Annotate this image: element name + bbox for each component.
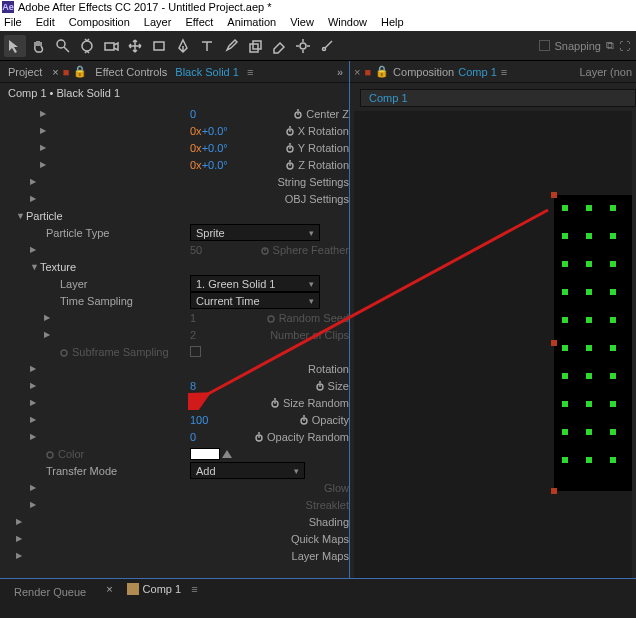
lock-icon[interactable]: 🔒 xyxy=(73,65,87,78)
panel-menu-icon[interactable]: ≡ xyxy=(501,66,507,78)
camera-tool[interactable] xyxy=(100,35,122,57)
twirl-icon[interactable] xyxy=(30,381,314,390)
twirl-icon[interactable] xyxy=(40,160,284,169)
prop-shading[interactable]: Shading xyxy=(309,516,349,528)
snapping-checkbox[interactable] xyxy=(539,40,550,51)
menu-effect[interactable]: Effect xyxy=(185,16,213,28)
prop-size-random-value[interactable]: 0 xyxy=(190,397,196,409)
menu-composition[interactable]: Composition xyxy=(69,16,130,28)
breadcrumb[interactable]: Comp 1 • Black Solid 1 xyxy=(0,83,349,103)
eraser-tool[interactable] xyxy=(268,35,290,57)
twirl-icon[interactable] xyxy=(16,551,292,560)
timeline-comp-tab[interactable]: Comp 1≡ xyxy=(127,583,198,595)
tab-effect-controls[interactable]: Effect Controls xyxy=(91,64,171,80)
twirl-icon[interactable] xyxy=(30,483,324,492)
prop-x-rotation-value[interactable]: 0x+0.0° xyxy=(190,125,228,137)
stopwatch-icon[interactable] xyxy=(284,142,296,154)
menu-help[interactable]: Help xyxy=(381,16,404,28)
stopwatch-icon[interactable] xyxy=(269,397,281,409)
brush-tool[interactable] xyxy=(220,35,242,57)
tab-project-close[interactable]: × xyxy=(52,66,58,78)
lock-icon[interactable]: 🔒 xyxy=(375,65,389,78)
stopwatch-icon[interactable] xyxy=(314,380,326,392)
pen-tool[interactable] xyxy=(172,35,194,57)
bbox-handle[interactable] xyxy=(551,488,557,494)
stopwatch-icon[interactable] xyxy=(284,159,296,171)
stopwatch-icon[interactable] xyxy=(253,431,265,443)
time-sampling-dropdown[interactable]: Current Time▾ xyxy=(190,292,320,309)
tab-project[interactable]: Project xyxy=(4,64,46,80)
bbox-handle[interactable] xyxy=(551,340,557,346)
twirl-icon[interactable] xyxy=(30,245,259,254)
type-tool[interactable] xyxy=(196,35,218,57)
tab-close-icon[interactable]: × xyxy=(354,66,360,78)
twirl-icon[interactable] xyxy=(16,517,309,526)
stopwatch-icon[interactable] xyxy=(298,414,310,426)
color-swatch[interactable] xyxy=(190,448,220,460)
twirl-icon[interactable] xyxy=(40,143,284,152)
twirl-icon[interactable] xyxy=(30,398,269,407)
effect-controls-layer[interactable]: Black Solid 1 xyxy=(175,66,239,78)
menu-window[interactable]: Window xyxy=(328,16,367,28)
prop-glow[interactable]: Glow xyxy=(324,482,349,494)
prop-y-rotation-value[interactable]: 0x+0.0° xyxy=(190,142,228,154)
twirl-icon[interactable] xyxy=(40,109,292,118)
selection-tool[interactable] xyxy=(4,35,26,57)
pan-behind-tool[interactable] xyxy=(124,35,146,57)
panel-expand-icon[interactable]: » xyxy=(337,66,349,78)
snapping-expand-icon[interactable]: ⛶ xyxy=(619,40,630,52)
twirl-icon[interactable] xyxy=(44,313,265,322)
bbox-handle[interactable] xyxy=(551,192,557,198)
twirl-icon[interactable] xyxy=(30,177,277,186)
twirl-icon[interactable] xyxy=(16,211,26,221)
twirl-icon[interactable] xyxy=(16,534,291,543)
menu-layer[interactable]: Layer xyxy=(144,16,172,28)
panel-menu-icon[interactable]: ≡ xyxy=(247,66,255,78)
prop-z-rotation-value[interactable]: 0x+0.0° xyxy=(190,159,228,171)
tab-comp-name[interactable]: Comp 1 xyxy=(458,66,497,78)
color-eyedropper-icon[interactable] xyxy=(222,450,232,458)
particle-type-dropdown[interactable]: Sprite▾ xyxy=(190,224,320,241)
menu-edit[interactable]: Edit xyxy=(36,16,55,28)
tab-layer[interactable]: Layer (non xyxy=(579,66,636,78)
rotobrush-tool[interactable] xyxy=(292,35,314,57)
twirl-icon[interactable] xyxy=(30,500,306,509)
texture-layer-dropdown[interactable]: 1. Green Solid 1▾ xyxy=(190,275,320,292)
prop-opacity-value[interactable]: 100 xyxy=(190,414,208,426)
stopwatch-icon[interactable] xyxy=(292,108,304,120)
zoom-tool[interactable] xyxy=(52,35,74,57)
prop-texture[interactable]: Texture xyxy=(40,261,76,273)
menu-view[interactable]: View xyxy=(290,16,314,28)
tab-render-queue[interactable]: Render Queue xyxy=(8,583,92,601)
clone-tool[interactable] xyxy=(244,35,266,57)
stopwatch-icon[interactable] xyxy=(284,125,296,137)
prop-particle[interactable]: Particle xyxy=(26,210,63,222)
prop-obj-settings[interactable]: OBJ Settings xyxy=(285,193,349,205)
snapping-toggle[interactable]: Snapping ⧉ ⛶ xyxy=(539,31,637,60)
twirl-icon[interactable] xyxy=(30,262,40,272)
comp-subtab[interactable]: Comp 1 xyxy=(360,89,636,107)
prop-rotation[interactable]: Rotation xyxy=(308,363,349,375)
prop-size-value[interactable]: 8 xyxy=(190,380,196,392)
tab-close-icon[interactable]: × xyxy=(106,583,112,595)
prop-string-settings[interactable]: String Settings xyxy=(277,176,349,188)
menu-animation[interactable]: Animation xyxy=(227,16,276,28)
viewer[interactable] xyxy=(354,111,632,592)
twirl-icon[interactable] xyxy=(44,330,256,339)
hand-tool[interactable] xyxy=(28,35,50,57)
prop-streaklet[interactable]: Streaklet xyxy=(306,499,349,511)
puppet-tool[interactable] xyxy=(316,35,338,57)
twirl-icon[interactable] xyxy=(30,364,308,373)
prop-center-z-value[interactable]: 0 xyxy=(190,108,196,120)
menu-file[interactable]: File xyxy=(4,16,22,28)
prop-layer-maps[interactable]: Layer Maps xyxy=(292,550,349,562)
prop-opacity-random-value[interactable]: 0 xyxy=(190,431,196,443)
tab-composition[interactable]: Composition xyxy=(393,66,454,78)
twirl-icon[interactable] xyxy=(30,432,253,441)
twirl-icon[interactable] xyxy=(30,415,298,424)
twirl-icon[interactable] xyxy=(40,126,284,135)
rectangle-tool[interactable] xyxy=(148,35,170,57)
orbit-tool[interactable] xyxy=(76,35,98,57)
transfer-mode-dropdown[interactable]: Add▾ xyxy=(190,462,305,479)
twirl-icon[interactable] xyxy=(30,194,285,203)
